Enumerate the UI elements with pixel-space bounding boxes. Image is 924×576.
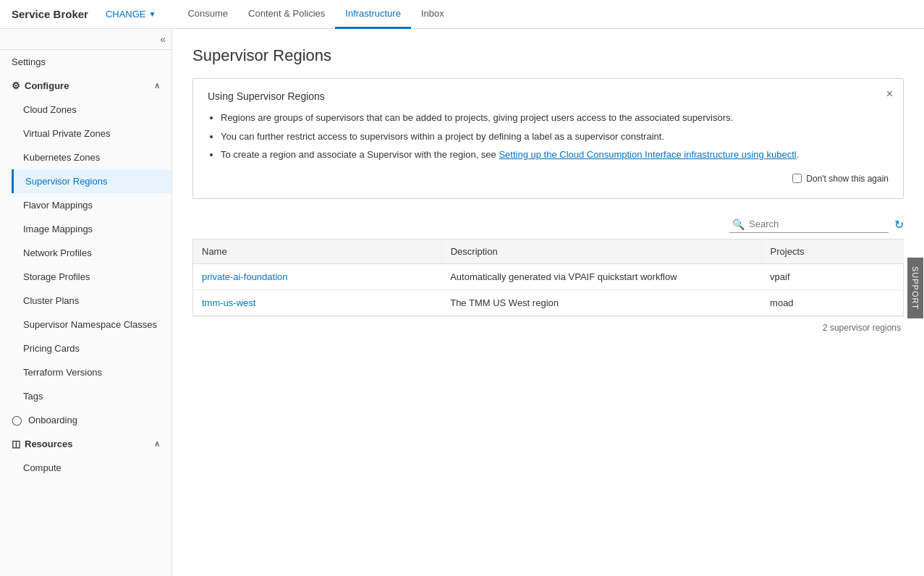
box-icon: ◫ (12, 439, 20, 449)
sidebar-item-supervisor-namespace-classes[interactable]: Supervisor Namespace Classes (12, 313, 171, 336)
sidebar-item-cloud-zones[interactable]: Cloud Zones (12, 98, 171, 122)
sidebar-item-pricing-cards[interactable]: Pricing Cards (12, 336, 171, 360)
sidebar-item-tags[interactable]: Tags (12, 384, 171, 408)
sidebar-item-onboarding[interactable]: ◯ Onboarding (0, 408, 171, 432)
info-bullet-1: Regions are groups of supervisors that c… (221, 111, 889, 125)
sidebar-collapse-area: « (0, 29, 171, 50)
collapse-icon[interactable]: « (160, 33, 166, 45)
search-input[interactable] (749, 219, 886, 229)
tab-infrastructure[interactable]: Infrastructure (335, 0, 411, 29)
main-nav: Consume Content & Policies Infrastructur… (177, 0, 454, 29)
kubctl-link[interactable]: Setting up the Cloud Consumption Interfa… (499, 149, 796, 160)
info-bullet-2: You can further restrict access to super… (221, 130, 889, 144)
app-title: Service Broker (12, 8, 88, 20)
info-box-title: Using Supervisor Regions (208, 90, 889, 102)
chevron-down-icon: ∧ (154, 439, 160, 449)
col-name: Name (193, 239, 442, 263)
sidebar-item-flavor-mappings[interactable]: Flavor Mappings (12, 193, 171, 217)
cell-description: Automatically generated via VPAIF quicks… (441, 263, 761, 289)
table-body: private-ai-foundationAutomatically gener… (193, 263, 904, 315)
sidebar-section-resources[interactable]: ◫ Resources ∧ (0, 432, 171, 456)
table-row: tmm-us-westThe TMM US West regionmoad (193, 289, 904, 315)
col-description: Description (441, 239, 761, 263)
sidebar-section-configure[interactable]: ⚙ Configure ∧ (0, 74, 171, 98)
close-button[interactable]: × (886, 88, 893, 101)
sidebar-item-terraform-versions[interactable]: Terraform Versions (12, 360, 171, 384)
chevron-up-icon: ∧ (154, 81, 160, 90)
sidebar-item-virtual-private-zones[interactable]: Virtual Private Zones (12, 122, 171, 145)
sidebar-item-supervisor-regions[interactable]: Supervisor Regions (12, 169, 171, 193)
cell-description: The TMM US West region (441, 289, 761, 315)
sidebar-item-cluster-plans[interactable]: Cluster Plans (12, 289, 171, 313)
search-box: 🔍 (729, 216, 889, 233)
cell-projects: moad (761, 289, 903, 315)
layout: « Settings ⚙ Configure ∧ Cloud Zones Vir… (0, 29, 924, 576)
page-title: Supervisor Regions (192, 46, 904, 65)
tab-content-policies[interactable]: Content & Policies (238, 0, 335, 29)
dont-show-label[interactable]: Don't show this again (792, 174, 889, 184)
cell-name[interactable]: private-ai-foundation (193, 263, 442, 289)
dont-show-checkbox[interactable] (792, 174, 802, 183)
sidebar-item-label: Settings (12, 56, 46, 67)
configure-subnav: Cloud Zones Virtual Private Zones Kubern… (0, 98, 171, 408)
onboarding-icon: ◯ (12, 415, 22, 425)
table-footer: 2 supervisor regions (192, 316, 904, 339)
sidebar-item-kubernetes-zones[interactable]: Kubernetes Zones (12, 145, 171, 169)
info-box: Using Supervisor Regions × Regions are g… (192, 78, 904, 199)
resources-label: Resources (25, 439, 72, 449)
tab-inbox[interactable]: Inbox (411, 0, 454, 29)
top-bar: Service Broker CHANGE ▼ Consume Content … (0, 0, 924, 29)
sidebar-item-compute[interactable]: Compute (12, 456, 171, 480)
chevron-down-icon: ▼ (149, 10, 156, 18)
info-box-list: Regions are groups of supervisors that c… (208, 111, 889, 162)
sidebar: « Settings ⚙ Configure ∧ Cloud Zones Vir… (0, 29, 172, 576)
table-toolbar: 🔍 ↻ (192, 216, 904, 233)
change-button[interactable]: CHANGE ▼ (106, 9, 156, 20)
cell-name[interactable]: tmm-us-west (193, 289, 442, 315)
info-bullet-3: To create a region and associate a Super… (221, 148, 889, 162)
info-box-footer: Don't show this again (208, 174, 889, 184)
configure-label: Configure (25, 80, 69, 91)
regions-table: Name Description Projects private-ai-fou… (192, 239, 904, 316)
sidebar-item-storage-profiles[interactable]: Storage Profiles (12, 265, 171, 289)
resources-subnav: Compute (0, 456, 171, 480)
sidebar-item-image-mappings[interactable]: Image Mappings (12, 217, 171, 241)
table-header: Name Description Projects (193, 239, 904, 263)
refresh-button[interactable]: ↻ (894, 218, 904, 232)
sidebar-item-settings[interactable]: Settings (0, 50, 171, 74)
support-tab[interactable]: SUPPORT (907, 258, 923, 318)
cell-projects: vpaif (761, 263, 903, 289)
tab-consume[interactable]: Consume (177, 0, 238, 29)
main-content: Supervisor Regions Using Supervisor Regi… (172, 29, 924, 576)
search-icon: 🔍 (732, 219, 745, 230)
col-projects: Projects (761, 239, 903, 263)
row-count: 2 supervisor regions (823, 323, 901, 333)
gear-icon: ⚙ (12, 80, 20, 91)
table-row: private-ai-foundationAutomatically gener… (193, 263, 904, 289)
sidebar-item-network-profiles[interactable]: Network Profiles (12, 241, 171, 265)
